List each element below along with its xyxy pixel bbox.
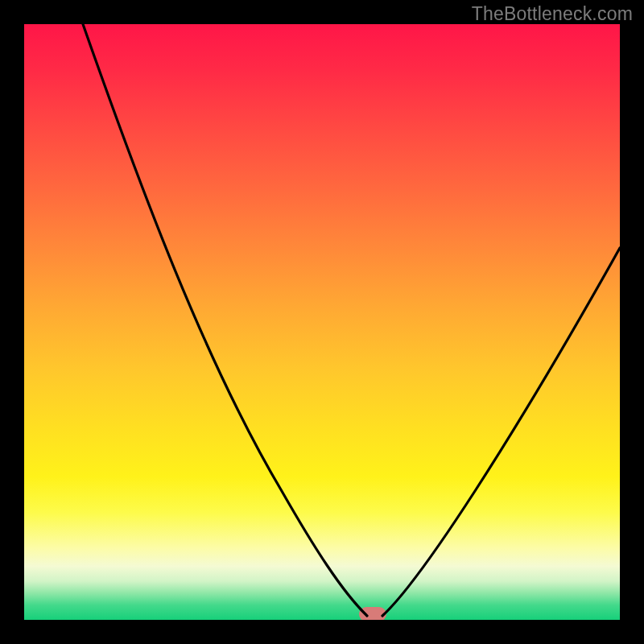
plot-area <box>24 24 620 620</box>
curve-left-branch <box>83 24 367 616</box>
bottleneck-curve <box>24 24 620 620</box>
chart-frame: TheBottleneck.com <box>0 0 644 644</box>
curve-right-branch <box>382 248 620 616</box>
watermark-text: TheBottleneck.com <box>472 3 633 25</box>
